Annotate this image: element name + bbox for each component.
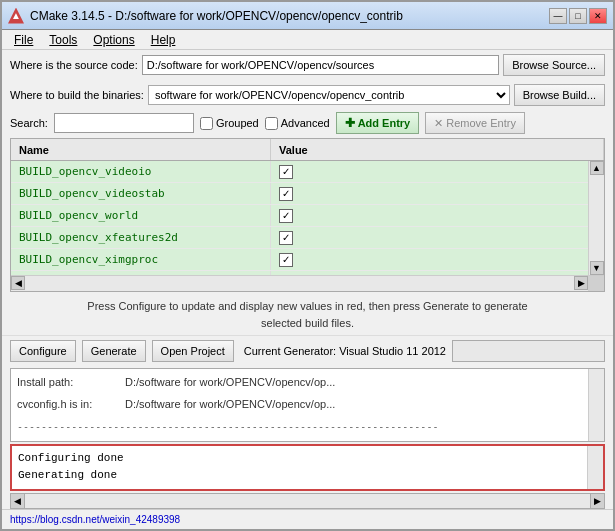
log-line-2: Generating done xyxy=(18,467,581,485)
title-bar: ▲ CMake 3.14.5 - D:/software for work/OP… xyxy=(2,2,613,30)
row-value-4[interactable]: ✓ xyxy=(271,249,588,270)
row-name-2: BUILD_opencv_world xyxy=(11,205,271,226)
table-row[interactable]: BUILD_opencv_world ✓ xyxy=(11,205,588,227)
scroll-up-arrow[interactable]: ▲ xyxy=(590,161,604,175)
cmake-table: Name Value BUILD_opencv_videoio ✓ BUILD_… xyxy=(10,138,605,292)
checkbox-0[interactable]: ✓ xyxy=(279,165,293,179)
status-line2: selected build files. xyxy=(261,317,354,329)
grouped-checkbox[interactable] xyxy=(200,117,213,130)
generator-label: Current Generator: Visual Studio 11 2012 xyxy=(244,345,446,357)
checkbox-2[interactable]: ✓ xyxy=(279,209,293,223)
close-button[interactable]: ✕ xyxy=(589,8,607,24)
table-body-container: BUILD_opencv_videoio ✓ BUILD_opencv_vide… xyxy=(11,161,604,275)
checkbox-3[interactable]: ✓ xyxy=(279,231,293,245)
h-scroll-track xyxy=(25,276,574,291)
search-label: Search: xyxy=(10,117,48,129)
row-value-2[interactable]: ✓ xyxy=(271,205,588,226)
grouped-checkbox-label[interactable]: Grouped xyxy=(200,117,259,130)
output-panel: Install path: D:/software for work/OPENC… xyxy=(10,368,605,441)
remove-entry-button[interactable]: ✕ Remove Entry xyxy=(425,112,525,134)
bottom-hscroll[interactable]: ◀ ▶ xyxy=(10,493,605,509)
row-name-1: BUILD_opencv_videostab xyxy=(11,183,271,204)
output-content: Install path: D:/software for work/OPENC… xyxy=(11,369,588,440)
advanced-checkbox-label[interactable]: Advanced xyxy=(265,117,330,130)
install-label: Install path: xyxy=(17,373,117,393)
scroll-right-arrow[interactable]: ▶ xyxy=(574,276,588,290)
browse-source-button[interactable]: Browse Source... xyxy=(503,54,605,76)
scroll-left-arrow[interactable]: ◀ xyxy=(11,276,25,290)
generate-button[interactable]: Generate xyxy=(82,340,146,362)
action-bar: Configure Generate Open Project Current … xyxy=(2,335,613,366)
grouped-label-text: Grouped xyxy=(216,117,259,129)
separator-row: ----------------------------------------… xyxy=(17,417,582,437)
row-value-1[interactable]: ✓ xyxy=(271,183,588,204)
window-title: CMake 3.14.5 - D:/software for work/OPEN… xyxy=(30,9,549,23)
bottom-scroll-right[interactable]: ▶ xyxy=(590,494,604,508)
row-name-0: BUILD_opencv_videoio xyxy=(11,161,271,182)
table-row[interactable]: BUILD_opencv_xfeatures2d ✓ xyxy=(11,227,588,249)
bottom-scroll-track xyxy=(25,494,590,508)
build-row: Where to build the binaries: software fo… xyxy=(2,80,613,110)
checkbox-1[interactable]: ✓ xyxy=(279,187,293,201)
configure-button[interactable]: Configure xyxy=(10,340,76,362)
checkbox-4[interactable]: ✓ xyxy=(279,253,293,267)
status-text: Press Configure to update and display ne… xyxy=(2,294,613,335)
cvconfig-row: cvconfig.h is in: D:/software for work/O… xyxy=(17,395,582,415)
remove-entry-label: Remove Entry xyxy=(446,117,516,129)
source-input[interactable] xyxy=(142,55,499,75)
install-value: D:/software for work/OPENCV/opencv/op... xyxy=(125,373,335,393)
build-label: Where to build the binaries: xyxy=(10,89,144,101)
separator-text: ----------------------------------------… xyxy=(17,421,438,432)
main-window: ▲ CMake 3.14.5 - D:/software for work/OP… xyxy=(0,0,615,531)
row-value-0[interactable]: ✓ xyxy=(271,161,588,182)
menu-file[interactable]: File xyxy=(6,31,41,49)
table-body: BUILD_opencv_videoio ✓ BUILD_opencv_vide… xyxy=(11,161,588,275)
table-header: Name Value xyxy=(11,139,604,161)
add-entry-label: Add Entry xyxy=(358,117,411,129)
search-input[interactable] xyxy=(54,113,194,133)
table-row[interactable]: BUILD_opencv_videoio ✓ xyxy=(11,161,588,183)
horizontal-scrollbar[interactable]: ◀ ▶ xyxy=(11,275,604,291)
log-panel: Configuring done Generating done xyxy=(10,444,605,491)
menu-bar: File Tools Options Help xyxy=(2,30,613,50)
build-path-dropdown[interactable]: software for work/OPENCV/opencv/opencv_c… xyxy=(148,85,510,105)
status-url: https://blog.csdn.net/weixin_42489398 xyxy=(10,514,180,525)
maximize-button[interactable]: □ xyxy=(569,8,587,24)
title-buttons: — □ ✕ xyxy=(549,8,607,24)
log-scrollbar[interactable] xyxy=(587,446,603,489)
generator-input xyxy=(452,340,605,362)
row-name-3: BUILD_opencv_xfeatures2d xyxy=(11,227,271,248)
log-content: Configuring done Generating done xyxy=(12,446,587,489)
search-row: Search: Grouped Advanced ✚ Add Entry ✕ R… xyxy=(2,110,613,136)
menu-help[interactable]: Help xyxy=(143,31,184,49)
advanced-checkbox[interactable] xyxy=(265,117,278,130)
log-panel-wrapper: Configuring done Generating done xyxy=(10,444,605,491)
row-value-3[interactable]: ✓ xyxy=(271,227,588,248)
open-project-button[interactable]: Open Project xyxy=(152,340,234,362)
source-label: Where is the source code: xyxy=(10,59,138,71)
row-name-4: BUILD_opencv_ximgproc xyxy=(11,249,271,270)
status-line1: Press Configure to update and display ne… xyxy=(87,300,527,312)
menu-options[interactable]: Options xyxy=(85,31,142,49)
bottom-scroll-left[interactable]: ◀ xyxy=(11,494,25,508)
table-row[interactable]: BUILD_opencv_videostab ✓ xyxy=(11,183,588,205)
output-scrollbar[interactable] xyxy=(588,369,604,440)
source-row: Where is the source code: Browse Source.… xyxy=(2,50,613,80)
scroll-corner xyxy=(588,276,604,291)
add-entry-button[interactable]: ✚ Add Entry xyxy=(336,112,420,134)
cvconfig-label: cvconfig.h is in: xyxy=(17,395,117,415)
minimize-button[interactable]: — xyxy=(549,8,567,24)
install-row: Install path: D:/software for work/OPENC… xyxy=(17,373,582,393)
x-icon: ✕ xyxy=(434,117,443,130)
plus-icon: ✚ xyxy=(345,116,355,130)
scroll-down-arrow[interactable]: ▼ xyxy=(590,261,604,275)
status-bar: https://blog.csdn.net/weixin_42489398 xyxy=(2,509,613,529)
cvconfig-value: D:/software for work/OPENCV/opencv/op... xyxy=(125,395,335,415)
browse-build-button[interactable]: Browse Build... xyxy=(514,84,605,106)
log-line-1: Configuring done xyxy=(18,450,581,468)
table-row[interactable]: BUILD_opencv_ximgproc ✓ xyxy=(11,249,588,271)
table-scrollbar[interactable]: ▲ ▼ xyxy=(588,161,604,275)
app-icon: ▲ xyxy=(8,8,24,24)
menu-tools[interactable]: Tools xyxy=(41,31,85,49)
advanced-label-text: Advanced xyxy=(281,117,330,129)
